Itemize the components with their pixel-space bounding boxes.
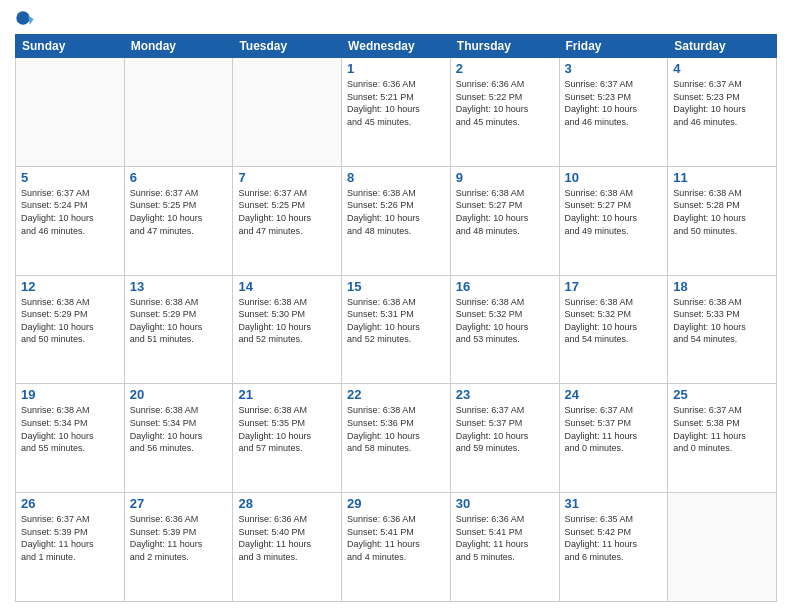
- day-number: 3: [565, 61, 663, 76]
- cell-info: Sunrise: 6:38 AM Sunset: 5:36 PM Dayligh…: [347, 404, 445, 454]
- calendar-cell: 13Sunrise: 6:38 AM Sunset: 5:29 PM Dayli…: [124, 275, 233, 384]
- cell-info: Sunrise: 6:37 AM Sunset: 5:38 PM Dayligh…: [673, 404, 771, 454]
- cell-info: Sunrise: 6:37 AM Sunset: 5:25 PM Dayligh…: [238, 187, 336, 237]
- week-row-2: 5Sunrise: 6:37 AM Sunset: 5:24 PM Daylig…: [16, 166, 777, 275]
- cell-info: Sunrise: 6:37 AM Sunset: 5:37 PM Dayligh…: [565, 404, 663, 454]
- calendar-cell: 5Sunrise: 6:37 AM Sunset: 5:24 PM Daylig…: [16, 166, 125, 275]
- cell-info: Sunrise: 6:38 AM Sunset: 5:34 PM Dayligh…: [130, 404, 228, 454]
- day-number: 2: [456, 61, 554, 76]
- day-number: 8: [347, 170, 445, 185]
- day-number: 7: [238, 170, 336, 185]
- cell-info: Sunrise: 6:38 AM Sunset: 5:29 PM Dayligh…: [21, 296, 119, 346]
- cell-info: Sunrise: 6:38 AM Sunset: 5:30 PM Dayligh…: [238, 296, 336, 346]
- calendar-cell: 29Sunrise: 6:36 AM Sunset: 5:41 PM Dayli…: [342, 493, 451, 602]
- calendar-cell: 14Sunrise: 6:38 AM Sunset: 5:30 PM Dayli…: [233, 275, 342, 384]
- day-number: 17: [565, 279, 663, 294]
- day-number: 1: [347, 61, 445, 76]
- day-header-wednesday: Wednesday: [342, 35, 451, 58]
- cell-info: Sunrise: 6:37 AM Sunset: 5:23 PM Dayligh…: [565, 78, 663, 128]
- day-header-thursday: Thursday: [450, 35, 559, 58]
- svg-marker-1: [28, 15, 33, 24]
- day-number: 6: [130, 170, 228, 185]
- day-number: 31: [565, 496, 663, 511]
- logo-text: [15, 10, 39, 30]
- week-row-3: 12Sunrise: 6:38 AM Sunset: 5:29 PM Dayli…: [16, 275, 777, 384]
- calendar-cell: 6Sunrise: 6:37 AM Sunset: 5:25 PM Daylig…: [124, 166, 233, 275]
- day-number: 15: [347, 279, 445, 294]
- calendar-cell: [668, 493, 777, 602]
- cell-info: Sunrise: 6:38 AM Sunset: 5:34 PM Dayligh…: [21, 404, 119, 454]
- calendar-container: SundayMondayTuesdayWednesdayThursdayFrid…: [15, 34, 777, 602]
- day-number: 11: [673, 170, 771, 185]
- cell-info: Sunrise: 6:38 AM Sunset: 5:32 PM Dayligh…: [565, 296, 663, 346]
- cell-info: Sunrise: 6:37 AM Sunset: 5:24 PM Dayligh…: [21, 187, 119, 237]
- logo-icon: [15, 10, 35, 30]
- day-header-saturday: Saturday: [668, 35, 777, 58]
- calendar-cell: 17Sunrise: 6:38 AM Sunset: 5:32 PM Dayli…: [559, 275, 668, 384]
- calendar-cell: 12Sunrise: 6:38 AM Sunset: 5:29 PM Dayli…: [16, 275, 125, 384]
- calendar-cell: 15Sunrise: 6:38 AM Sunset: 5:31 PM Dayli…: [342, 275, 451, 384]
- calendar-cell: 25Sunrise: 6:37 AM Sunset: 5:38 PM Dayli…: [668, 384, 777, 493]
- calendar-cell: 3Sunrise: 6:37 AM Sunset: 5:23 PM Daylig…: [559, 58, 668, 167]
- day-number: 5: [21, 170, 119, 185]
- day-number: 10: [565, 170, 663, 185]
- calendar-cell: 18Sunrise: 6:38 AM Sunset: 5:33 PM Dayli…: [668, 275, 777, 384]
- day-header-sunday: Sunday: [16, 35, 125, 58]
- cell-info: Sunrise: 6:36 AM Sunset: 5:40 PM Dayligh…: [238, 513, 336, 563]
- cell-info: Sunrise: 6:36 AM Sunset: 5:21 PM Dayligh…: [347, 78, 445, 128]
- week-row-4: 19Sunrise: 6:38 AM Sunset: 5:34 PM Dayli…: [16, 384, 777, 493]
- calendar-cell: 19Sunrise: 6:38 AM Sunset: 5:34 PM Dayli…: [16, 384, 125, 493]
- cell-info: Sunrise: 6:38 AM Sunset: 5:27 PM Dayligh…: [565, 187, 663, 237]
- calendar-cell: 11Sunrise: 6:38 AM Sunset: 5:28 PM Dayli…: [668, 166, 777, 275]
- calendar-table: SundayMondayTuesdayWednesdayThursdayFrid…: [15, 34, 777, 602]
- cell-info: Sunrise: 6:36 AM Sunset: 5:39 PM Dayligh…: [130, 513, 228, 563]
- calendar-cell: 1Sunrise: 6:36 AM Sunset: 5:21 PM Daylig…: [342, 58, 451, 167]
- day-number: 28: [238, 496, 336, 511]
- day-number: 9: [456, 170, 554, 185]
- cell-info: Sunrise: 6:38 AM Sunset: 5:29 PM Dayligh…: [130, 296, 228, 346]
- cell-info: Sunrise: 6:38 AM Sunset: 5:33 PM Dayligh…: [673, 296, 771, 346]
- day-header-tuesday: Tuesday: [233, 35, 342, 58]
- calendar-cell: 21Sunrise: 6:38 AM Sunset: 5:35 PM Dayli…: [233, 384, 342, 493]
- cell-info: Sunrise: 6:37 AM Sunset: 5:23 PM Dayligh…: [673, 78, 771, 128]
- cell-info: Sunrise: 6:36 AM Sunset: 5:41 PM Dayligh…: [456, 513, 554, 563]
- page: SundayMondayTuesdayWednesdayThursdayFrid…: [0, 0, 792, 612]
- calendar-cell: [16, 58, 125, 167]
- cell-info: Sunrise: 6:37 AM Sunset: 5:37 PM Dayligh…: [456, 404, 554, 454]
- calendar-cell: 16Sunrise: 6:38 AM Sunset: 5:32 PM Dayli…: [450, 275, 559, 384]
- calendar-cell: 28Sunrise: 6:36 AM Sunset: 5:40 PM Dayli…: [233, 493, 342, 602]
- day-header-monday: Monday: [124, 35, 233, 58]
- day-number: 25: [673, 387, 771, 402]
- day-number: 30: [456, 496, 554, 511]
- cell-info: Sunrise: 6:38 AM Sunset: 5:27 PM Dayligh…: [456, 187, 554, 237]
- cell-info: Sunrise: 6:38 AM Sunset: 5:35 PM Dayligh…: [238, 404, 336, 454]
- day-number: 27: [130, 496, 228, 511]
- week-row-1: 1Sunrise: 6:36 AM Sunset: 5:21 PM Daylig…: [16, 58, 777, 167]
- calendar-cell: 4Sunrise: 6:37 AM Sunset: 5:23 PM Daylig…: [668, 58, 777, 167]
- calendar-cell: 27Sunrise: 6:36 AM Sunset: 5:39 PM Dayli…: [124, 493, 233, 602]
- cell-info: Sunrise: 6:37 AM Sunset: 5:39 PM Dayligh…: [21, 513, 119, 563]
- cell-info: Sunrise: 6:36 AM Sunset: 5:41 PM Dayligh…: [347, 513, 445, 563]
- calendar-cell: 26Sunrise: 6:37 AM Sunset: 5:39 PM Dayli…: [16, 493, 125, 602]
- day-number: 22: [347, 387, 445, 402]
- calendar-cell: 8Sunrise: 6:38 AM Sunset: 5:26 PM Daylig…: [342, 166, 451, 275]
- calendar-cell: 31Sunrise: 6:35 AM Sunset: 5:42 PM Dayli…: [559, 493, 668, 602]
- day-number: 26: [21, 496, 119, 511]
- day-number: 20: [130, 387, 228, 402]
- calendar-cell: 22Sunrise: 6:38 AM Sunset: 5:36 PM Dayli…: [342, 384, 451, 493]
- day-number: 19: [21, 387, 119, 402]
- cell-info: Sunrise: 6:37 AM Sunset: 5:25 PM Dayligh…: [130, 187, 228, 237]
- calendar-cell: 20Sunrise: 6:38 AM Sunset: 5:34 PM Dayli…: [124, 384, 233, 493]
- day-number: 21: [238, 387, 336, 402]
- day-number: 4: [673, 61, 771, 76]
- day-number: 14: [238, 279, 336, 294]
- calendar-cell: 2Sunrise: 6:36 AM Sunset: 5:22 PM Daylig…: [450, 58, 559, 167]
- calendar-cell: 23Sunrise: 6:37 AM Sunset: 5:37 PM Dayli…: [450, 384, 559, 493]
- cell-info: Sunrise: 6:38 AM Sunset: 5:26 PM Dayligh…: [347, 187, 445, 237]
- calendar-cell: 9Sunrise: 6:38 AM Sunset: 5:27 PM Daylig…: [450, 166, 559, 275]
- week-row-5: 26Sunrise: 6:37 AM Sunset: 5:39 PM Dayli…: [16, 493, 777, 602]
- day-number: 23: [456, 387, 554, 402]
- calendar-cell: 10Sunrise: 6:38 AM Sunset: 5:27 PM Dayli…: [559, 166, 668, 275]
- logo-area: [15, 10, 39, 30]
- day-number: 13: [130, 279, 228, 294]
